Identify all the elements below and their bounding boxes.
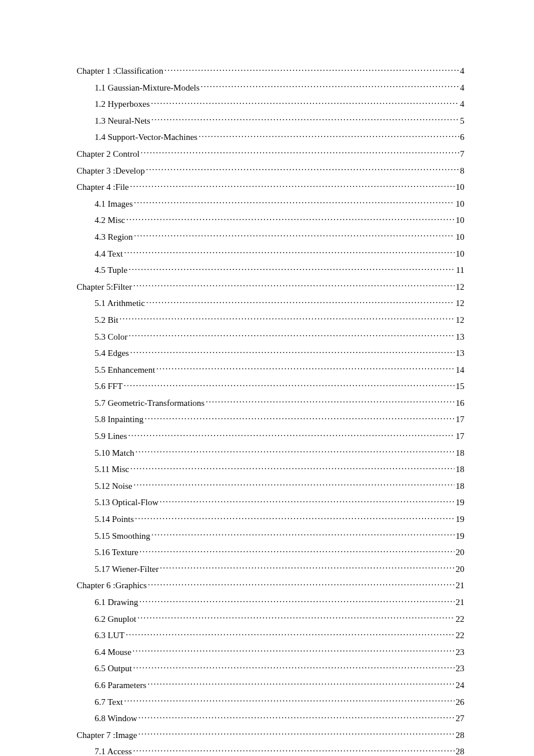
toc-entry[interactable]: 5.3 Color13 xyxy=(95,331,464,343)
toc-entry[interactable]: 4.3 Region10 xyxy=(95,231,464,243)
toc-entry[interactable]: 5.15 Smoothing19 xyxy=(95,530,464,542)
toc-entry[interactable]: 6.6 Parameters24 xyxy=(95,679,464,692)
toc-page-number: 6 xyxy=(460,132,465,143)
toc-leader-dots xyxy=(140,148,459,157)
toc-leader-dots xyxy=(134,198,454,207)
toc-page-number: 23 xyxy=(456,647,464,658)
toc-leader-dots xyxy=(129,331,454,340)
toc-entry[interactable]: 5.17 Wiener-Filter20 xyxy=(95,563,464,575)
toc-entry[interactable]: Chapter 1 :Classification4 xyxy=(77,65,464,77)
toc-label: 5.6 FFT xyxy=(95,381,122,393)
toc-leader-dots xyxy=(129,264,455,273)
toc-entry[interactable]: 5.2 Bit12 xyxy=(95,314,464,326)
toc-leader-dots xyxy=(133,281,454,290)
toc-leader-dots xyxy=(128,430,454,439)
toc-page-number: 4 xyxy=(460,82,465,94)
toc-label: Chapter 7 :Image xyxy=(77,730,137,741)
toc-page-number: 12 xyxy=(456,315,464,326)
toc-page-number: 4 xyxy=(460,99,465,110)
toc-page-number: 10 xyxy=(456,215,464,226)
toc-label: 5.4 Edges xyxy=(95,348,129,359)
toc-entry[interactable]: 5.12 Noise18 xyxy=(95,480,464,492)
toc-label: 4.5 Tuple xyxy=(95,265,128,276)
toc-entry[interactable]: 6.1 Drawing21 xyxy=(95,596,464,609)
toc-leader-dots xyxy=(146,297,454,306)
toc-entry[interactable]: 4.1 Images10 xyxy=(95,198,464,210)
toc-entry[interactable]: 6.4 Mouse23 xyxy=(95,646,464,658)
toc-entry[interactable]: 6.3 LUT22 xyxy=(95,629,464,642)
toc-page-number: 18 xyxy=(456,481,464,492)
toc-label: 4.2 Misc xyxy=(95,215,125,226)
toc-leader-dots xyxy=(151,98,459,107)
toc-page-number: 4 xyxy=(460,66,465,77)
toc-entry[interactable]: 6.5 Output23 xyxy=(95,663,464,675)
toc-entry[interactable]: Chapter 7 :Image28 xyxy=(77,729,464,741)
toc-entry[interactable]: 6.2 Gnuplot22 xyxy=(95,613,464,625)
toc-leader-dots xyxy=(148,579,454,588)
toc-page-number: 26 xyxy=(456,697,464,708)
toc-page-number: 19 xyxy=(456,531,464,542)
toc-page-number: 12 xyxy=(456,298,464,309)
toc-entry[interactable]: 5.5 Enhancement14 xyxy=(95,364,464,376)
toc-entry[interactable]: 6.8 Window27 xyxy=(95,712,464,725)
toc-leader-dots xyxy=(201,82,459,91)
toc-entry[interactable]: 4.2 Misc10 xyxy=(95,214,464,226)
toc-entry[interactable]: 5.7 Geometric-Transformations16 xyxy=(95,397,464,409)
toc-label: 4.3 Region xyxy=(95,232,133,243)
toc-entry[interactable]: Chapter 6 :Graphics21 xyxy=(77,579,464,592)
toc-entry[interactable]: Chapter 4 :File10 xyxy=(77,181,464,193)
toc-entry[interactable]: 5.10 Match18 xyxy=(95,447,464,459)
toc-entry[interactable]: 1.1 Gaussian-Mixture-Models4 xyxy=(95,82,464,94)
toc-entry[interactable]: 5.8 Inpainting17 xyxy=(95,413,464,426)
toc-entry[interactable]: 4.5 Tuple11 xyxy=(95,264,464,276)
toc-leader-dots xyxy=(156,364,454,373)
toc-entry[interactable]: 1.3 Neural-Nets5 xyxy=(95,115,464,127)
toc-entry[interactable]: Chapter 3 :Develop8 xyxy=(77,165,464,177)
toc-page-number: 12 xyxy=(456,282,464,293)
toc-entry[interactable]: 6.7 Text26 xyxy=(95,696,464,708)
toc-entry[interactable]: 5.11 Misc18 xyxy=(95,463,464,476)
toc-page-number: 28 xyxy=(456,730,464,741)
toc-entry[interactable]: 1.2 Hyperboxes4 xyxy=(95,98,464,110)
toc-leader-dots xyxy=(130,347,454,356)
toc-label: 5.14 Points xyxy=(95,514,134,525)
toc-label: 5.7 Geometric-Transformations xyxy=(95,398,204,409)
toc-label: 5.16 Texture xyxy=(95,547,138,559)
toc-entry[interactable]: 4.4 Text10 xyxy=(95,248,464,260)
toc-entry[interactable]: 5.9 Lines17 xyxy=(95,430,464,442)
toc-page-number: 18 xyxy=(456,464,464,476)
toc-entry[interactable]: 5.16 Texture20 xyxy=(95,546,464,559)
toc-entry[interactable]: 5.6 FFT15 xyxy=(95,380,464,393)
toc-page-number: 10 xyxy=(456,199,464,210)
page: Chapter 1 :Classification41.1 Gaussian-M… xyxy=(0,0,534,756)
toc-page-number: 17 xyxy=(456,431,464,442)
toc-label: 5.3 Color xyxy=(95,332,128,343)
toc-entry[interactable]: 5.14 Points19 xyxy=(95,513,464,525)
toc-label: 5.15 Smoothing xyxy=(95,531,150,542)
toc-label: 1.4 Support-Vector-Machines xyxy=(95,132,197,143)
toc-leader-dots xyxy=(120,314,454,323)
toc-leader-dots xyxy=(124,248,454,257)
toc-label: 5.8 Inpainting xyxy=(95,414,143,426)
toc-entry[interactable]: 1.4 Support-Vector-Machines6 xyxy=(95,131,464,143)
toc-label: 5.1 Arithmetic xyxy=(95,298,145,309)
toc-page-number: 24 xyxy=(456,680,464,692)
toc-entry[interactable]: Chapter 2 Control7 xyxy=(77,148,464,160)
toc-page-number: 14 xyxy=(456,365,464,376)
toc-label: 6.6 Parameters xyxy=(95,680,146,692)
toc-entry[interactable]: Chapter 5:Filter12 xyxy=(77,281,464,293)
toc-entry[interactable]: 5.1 Arithmetic12 xyxy=(95,297,464,309)
toc-label: 1.2 Hyperboxes xyxy=(95,99,150,110)
toc-entry[interactable]: 7.1 Access28 xyxy=(95,746,464,756)
toc-page-number: 21 xyxy=(456,597,464,609)
toc-entry[interactable]: 5.13 Optical-Flow19 xyxy=(95,496,464,509)
toc-page-number: 15 xyxy=(456,381,464,393)
toc-leader-dots xyxy=(151,115,459,124)
toc-page-number: 17 xyxy=(456,414,464,426)
toc-entry[interactable]: 5.4 Edges13 xyxy=(95,347,464,359)
toc-label: Chapter 2 Control xyxy=(77,149,139,160)
toc-leader-dots xyxy=(134,480,454,489)
toc-page-number: 28 xyxy=(456,746,464,756)
toc-leader-dots xyxy=(146,165,459,174)
toc-leader-dots xyxy=(160,496,454,505)
